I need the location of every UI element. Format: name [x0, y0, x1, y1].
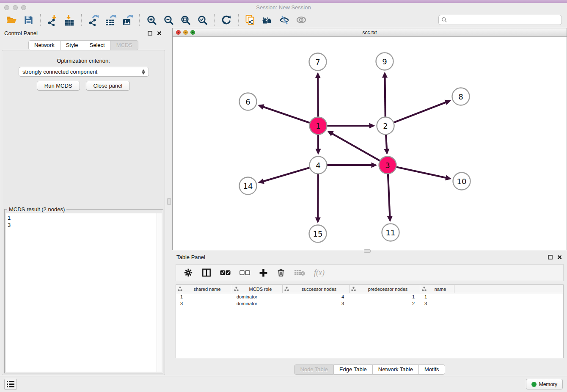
- tab-network-table[interactable]: Network Table: [373, 364, 419, 375]
- mcds-result-text[interactable]: 1 3: [6, 213, 157, 372]
- graph-node-label: 9: [382, 57, 387, 66]
- float-panel-button[interactable]: [146, 30, 153, 36]
- tab-node-table[interactable]: Node Table: [294, 364, 334, 375]
- deselect-all-columns-button[interactable]: [239, 270, 250, 275]
- show-all-button[interactable]: [294, 14, 308, 26]
- column-header-label: successor nodes: [291, 287, 347, 292]
- tab-style[interactable]: Style: [61, 40, 84, 50]
- network-graph[interactable]: 1234678910111415: [173, 37, 567, 250]
- horizontal-splitter-handle[interactable]: [364, 249, 371, 253]
- column-header-predecessor-nodes[interactable]: predecessor nodes: [350, 285, 420, 293]
- hide-eye-slash-icon: [279, 14, 290, 25]
- column-header-MCDS-role[interactable]: MCDS role: [232, 285, 283, 293]
- save-session-button[interactable]: [21, 14, 36, 26]
- zoom-selected-icon: [197, 15, 208, 25]
- import-table-icon: [64, 14, 75, 26]
- function-builder-button[interactable]: f(x): [314, 268, 325, 277]
- graph-node-label: 11: [386, 228, 396, 237]
- network-window-titlebar[interactable]: x − + scc.txt: [173, 28, 567, 37]
- close-network-icon[interactable]: x: [176, 30, 181, 35]
- criterion-dropdown[interactable]: strongly connected component: [19, 67, 149, 77]
- mcds-result-scrollbar[interactable]: [157, 213, 162, 372]
- graph-arrowhead: [258, 104, 264, 109]
- run-mcds-button[interactable]: Run MCDS: [37, 81, 80, 91]
- export-network-button[interactable]: [86, 14, 101, 26]
- graph-node-label: 6: [245, 97, 250, 106]
- checked-boxes-icon: [220, 270, 231, 275]
- table-cell[interactable]: 1: [176, 293, 232, 300]
- table-cell[interactable]: dominator: [232, 293, 283, 300]
- graph-arrowhead: [387, 216, 393, 222]
- tab-network[interactable]: Network: [28, 40, 61, 50]
- float-table-panel-button[interactable]: [547, 254, 553, 260]
- close-table-panel-button[interactable]: [556, 254, 563, 260]
- floppy-disk-icon: [24, 15, 33, 25]
- table-settings-button[interactable]: [184, 268, 193, 277]
- import-network-button[interactable]: [45, 14, 60, 26]
- network-canvas[interactable]: 1234678910111415: [173, 37, 567, 250]
- close-panel-pushbutton[interactable]: Close panel: [86, 81, 130, 91]
- tab-select[interactable]: Select: [84, 40, 111, 50]
- column-header-filler: [454, 285, 563, 293]
- new-network-from-selection-icon: [245, 14, 256, 26]
- graph-arrowhead: [445, 175, 451, 180]
- column-header-name[interactable]: name: [420, 285, 454, 293]
- unchecked-boxes-icon: [239, 270, 250, 275]
- column-layout-button[interactable]: [202, 268, 211, 277]
- memory-button[interactable]: Memory: [526, 379, 563, 389]
- close-panel-button[interactable]: [156, 30, 162, 36]
- export-network-icon: [88, 14, 99, 26]
- node-table-body: 1dominator4113dominator323: [176, 293, 563, 307]
- open-folder-icon: [6, 15, 17, 25]
- export-image-button[interactable]: [120, 14, 135, 26]
- minimize-network-icon[interactable]: −: [183, 30, 188, 35]
- graph-edge-2-8[interactable]: [385, 102, 446, 126]
- new-network-from-selection-button[interactable]: [243, 14, 258, 26]
- graph-node-label: 3: [385, 161, 390, 170]
- table-panel-header: Table Panel: [172, 252, 567, 262]
- tab-edge-table[interactable]: Edge Table: [334, 364, 373, 375]
- toolbar-separator: [81, 14, 82, 26]
- add-column-button[interactable]: [259, 268, 268, 277]
- table-cell[interactable]: 3: [176, 300, 232, 307]
- graph-node-label: 2: [383, 121, 388, 130]
- table-cell[interactable]: 2: [350, 300, 420, 307]
- table-cell[interactable]: 1: [420, 293, 454, 300]
- zoom-in-button[interactable]: [144, 14, 159, 26]
- main-toolbar: [0, 12, 567, 28]
- toolbar-separator: [139, 14, 140, 26]
- open-session-button[interactable]: [4, 14, 19, 26]
- column-header-successor-nodes[interactable]: successor nodes: [283, 285, 350, 293]
- zoom-fit-button[interactable]: [178, 14, 193, 26]
- hide-selected-button[interactable]: [277, 14, 292, 26]
- table-cell[interactable]: 3: [420, 300, 454, 307]
- zoom-out-button[interactable]: [161, 14, 176, 26]
- refresh-view-button[interactable]: [219, 14, 234, 26]
- first-neighbors-button[interactable]: [260, 14, 275, 26]
- column-header-shared-name[interactable]: shared name: [176, 285, 232, 293]
- search-input[interactable]: [438, 15, 562, 25]
- export-table-button[interactable]: [103, 14, 118, 26]
- table-cell[interactable]: 3: [283, 300, 350, 307]
- table-row[interactable]: 3dominator323: [176, 300, 563, 307]
- select-all-columns-button[interactable]: [220, 270, 231, 275]
- graph-arrowhead: [258, 179, 264, 184]
- maximize-network-icon[interactable]: +: [190, 30, 195, 35]
- graph-node-label: 1: [316, 121, 320, 130]
- zoom-selected-button[interactable]: [195, 14, 209, 26]
- delete-column-button[interactable]: [277, 268, 285, 277]
- graph-node-label: 7: [315, 58, 320, 66]
- import-table-button[interactable]: [62, 14, 77, 26]
- table-cell[interactable]: 4: [283, 293, 350, 300]
- table-panel-title: Table Panel: [176, 254, 205, 260]
- delete-table-button[interactable]: [294, 269, 305, 276]
- table-row[interactable]: 1dominator411: [176, 293, 563, 300]
- vertical-splitter-handle[interactable]: [167, 198, 171, 205]
- column-header-label: predecessor nodes: [358, 287, 418, 292]
- table-cell[interactable]: 1: [350, 293, 420, 300]
- table-cell[interactable]: dominator: [232, 300, 283, 307]
- task-history-button[interactable]: [4, 379, 17, 390]
- tab-motifs[interactable]: Motifs: [419, 364, 445, 375]
- graph-edge-3-1[interactable]: [332, 133, 388, 165]
- tab-mcds[interactable]: MCDS: [111, 40, 138, 50]
